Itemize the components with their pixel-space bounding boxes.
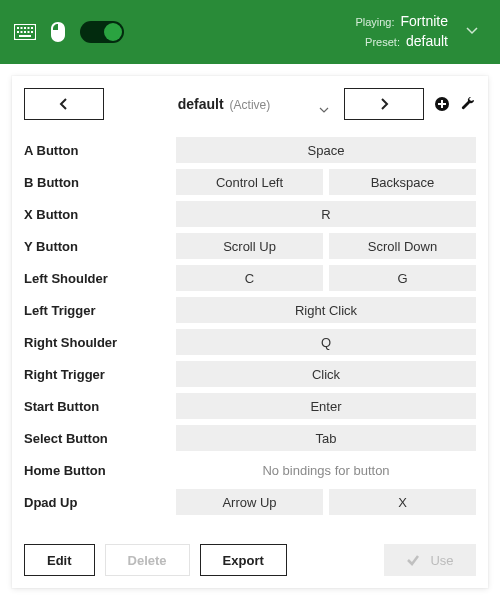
toggle-knob [104, 23, 122, 41]
plus-circle-icon [434, 96, 450, 112]
playing-label: Playing: [355, 15, 394, 30]
use-label: Use [430, 553, 453, 568]
prev-preset-button[interactable] [24, 88, 104, 120]
binding-chip[interactable]: Right Click [176, 297, 476, 323]
binding-row: Start ButtonEnter [24, 390, 476, 422]
binding-chip[interactable]: Arrow Up [176, 489, 323, 515]
binding-row: Right TriggerClick [24, 358, 476, 390]
binding-chips: Arrow UpX [176, 489, 476, 515]
binding-chip[interactable]: Scroll Up [176, 233, 323, 259]
binding-chips: R [176, 201, 476, 227]
binding-chips: Enter [176, 393, 476, 419]
playing-value: Fortnite [401, 12, 448, 32]
svg-rect-10 [31, 31, 33, 33]
binding-chips: CG [176, 265, 476, 291]
svg-rect-6 [17, 31, 19, 33]
binding-row: B ButtonControl LeftBackspace [24, 166, 476, 198]
binding-chips: Right Click [176, 297, 476, 323]
preset-status: (Active) [230, 98, 271, 112]
chevron-right-icon [378, 98, 390, 110]
binding-chip[interactable]: X [329, 489, 476, 515]
svg-rect-7 [21, 31, 23, 33]
binding-row: Home ButtonNo bindings for button [24, 454, 476, 486]
binding-label: Dpad Up [24, 495, 170, 510]
svg-rect-8 [24, 31, 26, 33]
binding-chip[interactable]: G [329, 265, 476, 291]
svg-rect-2 [21, 27, 23, 29]
binding-label: Left Shoulder [24, 271, 170, 286]
binding-row: Dpad UpArrow UpX [24, 486, 476, 518]
status-block: Playing: Fortnite Preset: default [355, 12, 448, 51]
binding-row: X ButtonR [24, 198, 476, 230]
header-expand-icon[interactable] [464, 22, 480, 42]
add-preset-button[interactable] [434, 96, 450, 112]
binding-row: Select ButtonTab [24, 422, 476, 454]
keyboard-icon [14, 24, 36, 40]
binding-chip[interactable]: C [176, 265, 323, 291]
content: default (Active) A ButtonSpaceB Butto [0, 64, 500, 600]
next-preset-button[interactable] [344, 88, 424, 120]
preset-label: Preset: [365, 35, 400, 50]
header-right: Playing: Fortnite Preset: default [355, 12, 486, 51]
binding-chips: Q [176, 329, 476, 355]
bindings-list[interactable]: A ButtonSpaceB ButtonControl LeftBackspa… [12, 124, 488, 534]
preset-top-bar: default (Active) [12, 76, 488, 124]
chevron-down-icon [318, 103, 330, 119]
binding-chips: Click [176, 361, 476, 387]
binding-label: Left Trigger [24, 303, 170, 318]
binding-chip[interactable]: Space [176, 137, 476, 163]
binding-chip[interactable]: Control Left [176, 169, 323, 195]
preset-value: default [406, 32, 448, 52]
binding-chip[interactable]: Click [176, 361, 476, 387]
settings-button[interactable] [460, 96, 476, 112]
export-button[interactable]: Export [200, 544, 287, 576]
binding-label: Y Button [24, 239, 170, 254]
preset-selector[interactable]: default (Active) [114, 96, 334, 112]
svg-rect-9 [28, 31, 30, 33]
delete-button: Delete [105, 544, 190, 576]
use-button: Use [384, 544, 476, 576]
binding-chip[interactable]: Scroll Down [329, 233, 476, 259]
binding-label: Right Trigger [24, 367, 170, 382]
binding-row: Left TriggerRight Click [24, 294, 476, 326]
binding-label: Right Shoulder [24, 335, 170, 350]
binding-label: Select Button [24, 431, 170, 446]
preset-card: default (Active) A ButtonSpaceB Butto [12, 76, 488, 588]
edit-button[interactable]: Edit [24, 544, 95, 576]
binding-chip[interactable]: R [176, 201, 476, 227]
binding-chips: Scroll UpScroll Down [176, 233, 476, 259]
binding-label: B Button [24, 175, 170, 190]
binding-chip[interactable]: Backspace [329, 169, 476, 195]
mouse-icon [50, 22, 66, 42]
preset-name: default [178, 96, 224, 112]
binding-chip[interactable]: Tab [176, 425, 476, 451]
binding-label: Start Button [24, 399, 170, 414]
svg-rect-3 [24, 27, 26, 29]
svg-rect-4 [28, 27, 30, 29]
chevron-left-icon [58, 98, 70, 110]
binding-label: X Button [24, 207, 170, 222]
app-header: Playing: Fortnite Preset: default [0, 0, 500, 64]
svg-rect-5 [31, 27, 33, 29]
binding-label: A Button [24, 143, 170, 158]
enable-toggle[interactable] [80, 21, 124, 43]
wrench-icon [460, 96, 476, 112]
binding-chips: Control LeftBackspace [176, 169, 476, 195]
check-icon [406, 553, 420, 567]
header-left [14, 21, 124, 43]
svg-rect-1 [17, 27, 19, 29]
binding-row: A ButtonSpace [24, 134, 476, 166]
binding-chips: Space [176, 137, 476, 163]
binding-row: Left ShoulderCG [24, 262, 476, 294]
svg-rect-11 [19, 35, 31, 37]
binding-label: Home Button [24, 463, 170, 478]
binding-chip[interactable]: Q [176, 329, 476, 355]
no-binding-text: No bindings for button [176, 463, 476, 478]
binding-row: Y ButtonScroll UpScroll Down [24, 230, 476, 262]
binding-row: Right ShoulderQ [24, 326, 476, 358]
binding-chip[interactable]: Enter [176, 393, 476, 419]
footer-bar: Edit Delete Export Use [12, 534, 488, 588]
binding-chips: Tab [176, 425, 476, 451]
